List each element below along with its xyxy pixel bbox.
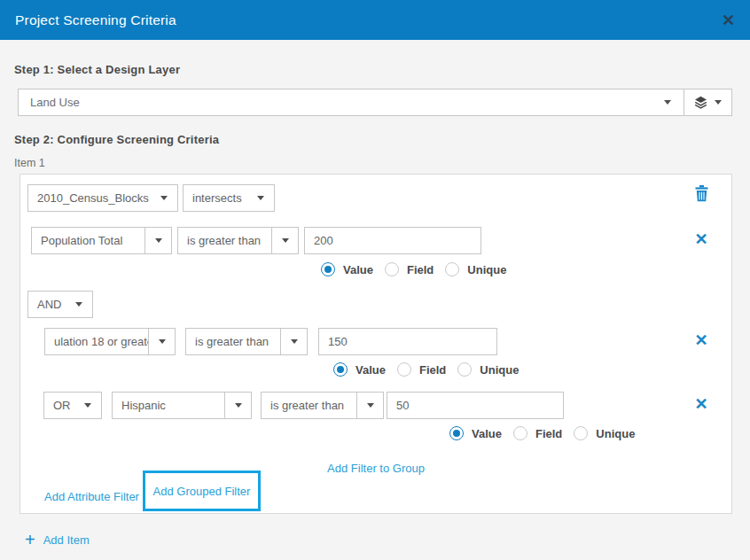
filter1-field-select[interactable]: Population Total [31,227,172,254]
add-grouped-filter-link[interactable]: Add Grouped Filter [153,485,251,498]
radio-unique-label: Unique [467,263,506,276]
target-layer-select[interactable]: 2010_Census_Blocks [27,184,178,212]
radio-value[interactable]: Value [449,426,502,440]
add-filter-to-group-link[interactable]: Add Filter to Group [327,462,425,475]
radio-icon [321,262,335,276]
chevron-down-icon [247,185,274,211]
radio-icon [385,262,399,276]
radio-value-label: Value [472,427,502,440]
chevron-down-icon [356,393,383,418]
trash-icon [695,185,708,202]
filter3-field-value: Hispanic [113,399,224,412]
chevron-down-icon [66,292,92,317]
close-icon[interactable]: ✕ [720,9,737,32]
chevron-down-icon [280,329,307,354]
dialog-header: Project Screening Criteria ✕ [0,0,750,40]
radio-value-label: Value [355,363,386,377]
layers-icon [694,96,707,109]
radio-unique[interactable]: Unique [457,362,519,377]
filter3-operator-select[interactable]: is greater than [261,392,384,419]
plus-icon: + [25,532,35,548]
remove-filter3-button[interactable]: ✕ [691,393,712,415]
chevron-down-icon [148,329,175,354]
radio-icon [333,362,348,377]
item-label: Item 1 [14,157,45,169]
radio-field-label: Field [535,427,562,440]
radio-unique[interactable]: Unique [445,262,506,276]
filter3-logic-value: OR [44,399,74,412]
close-icon: ✕ [694,395,707,413]
chevron-down-icon [664,100,684,105]
item-panel: 2010_Census_Blocks intersects Population… [20,174,732,514]
filter2-field-select[interactable]: ulation 18 or greater [44,328,176,355]
chevron-down-icon [715,100,722,105]
step2-label: Step 2: Configure Screening Criteria [14,133,219,146]
radio-field-label: Field [419,363,446,377]
chevron-down-icon [145,228,171,253]
delete-item-button[interactable] [695,185,708,202]
tutorial-highlight-box: Add Grouped Filter [143,471,261,511]
radio-icon [397,362,411,377]
radio-field[interactable]: Field [513,426,562,440]
radio-field[interactable]: Field [385,262,434,276]
filter1-field-value: Population Total [32,234,145,247]
radio-field-label: Field [407,263,434,276]
filter3-value-input[interactable] [387,392,564,419]
radio-icon [449,426,464,440]
filter2-operator-value: is greater than [186,335,280,348]
radio-icon [445,262,459,276]
target-layer-value: 2010_Census_Blocks [28,191,151,205]
filter1-value-input[interactable] [304,227,481,254]
chevron-down-icon [224,393,251,418]
design-layer-select[interactable]: Land Use [18,89,732,116]
filter3-operator-value: is greater than [262,399,356,412]
add-attribute-filter-link[interactable]: Add Attribute Filter [44,490,139,503]
radio-value-label: Value [343,263,373,276]
close-icon: ✕ [694,331,707,349]
chevron-down-icon [151,185,177,211]
radio-icon [513,426,527,440]
chevron-down-icon [271,228,298,253]
remove-filter1-button[interactable]: ✕ [691,229,712,250]
filter2-value-input[interactable] [318,328,497,355]
radio-icon [574,426,588,440]
radio-unique[interactable]: Unique [574,426,635,440]
add-item-label: Add Item [43,533,90,547]
close-icon: ✕ [694,230,707,248]
dialog-title: Project Screening Criteria [15,12,176,28]
group-logic-select[interactable]: AND [27,291,93,318]
group-logic-value: AND [28,298,66,311]
radio-value[interactable]: Value [333,362,386,377]
filter2-operator-select[interactable]: is greater than [185,328,308,355]
filter3-logic-select[interactable]: OR [43,392,102,419]
remove-filter2-button[interactable]: ✕ [691,330,712,351]
filter3-field-select[interactable]: Hispanic [112,392,252,419]
chevron-down-icon [74,393,101,418]
radio-unique-label: Unique [596,427,635,440]
radio-field[interactable]: Field [397,362,446,377]
layer-list-button[interactable] [684,89,731,115]
add-item-button[interactable]: + Add Item [25,532,90,548]
design-layer-value: Land Use [19,96,664,109]
step1-label: Step 1: Select a Design Layer [14,63,180,76]
project-screening-criteria-dialog: Project Screening Criteria ✕ Step 1: Sel… [0,0,750,560]
filter1-operator-select[interactable]: is greater than [177,227,299,254]
filter2-mode-radios: Value Field Unique [333,362,519,377]
spatial-operator-value: intersects [184,191,247,205]
filter1-operator-value: is greater than [178,234,271,247]
radio-unique-label: Unique [480,363,519,377]
filter1-mode-radios: Value Field Unique [321,262,506,276]
radio-value[interactable]: Value [321,262,373,276]
filter2-field-value: ulation 18 or greater [45,335,148,348]
radio-icon [457,362,472,377]
filter3-mode-radios: Value Field Unique [449,426,635,440]
spatial-operator-select[interactable]: intersects [183,184,275,212]
